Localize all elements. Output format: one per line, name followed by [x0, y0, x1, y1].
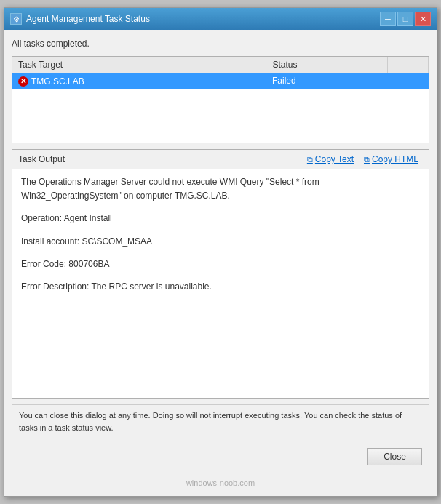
output-line: The Operations Manager Server could not … [21, 175, 420, 203]
error-icon: ✕ [18, 76, 28, 87]
title-buttons: ─ □ ✕ [380, 12, 431, 26]
bottom-actions: Close [12, 444, 429, 471]
table-row[interactable]: ✕TMG.SC.LABFailed [12, 73, 429, 89]
watermark: windows-noob.com [12, 477, 429, 489]
copy-text-icon: ⧉ [307, 155, 313, 164]
copy-html-icon: ⧉ [364, 155, 370, 164]
task-target-text: TMG.SC.LAB [31, 76, 84, 87]
output-line: Operation: Agent Install [21, 212, 420, 225]
window-body: All tasks completed. Task Target Status … [4, 30, 437, 496]
copy-html-button[interactable]: ⧉ Copy HTML [359, 153, 423, 166]
close-button[interactable]: Close [368, 448, 422, 465]
task-table-body: ✕TMG.SC.LABFailed [12, 73, 429, 89]
bottom-info: You can close this dialog at any time. D… [12, 404, 429, 438]
copy-text-label: Copy Text [315, 154, 354, 164]
window-title: Agent Management Task Status [26, 14, 150, 24]
output-line: Error Code: 800706BA [21, 257, 420, 271]
maximize-button[interactable]: □ [397, 12, 413, 26]
task-target-cell: ✕TMG.SC.LAB [12, 73, 266, 89]
task-output-content[interactable]: The Operations Manager Server could not … [12, 169, 429, 398]
titlebar-close-button[interactable]: ✕ [415, 12, 431, 26]
task-output-buttons: ⧉ Copy Text ⧉ Copy HTML [303, 153, 423, 166]
minimize-button[interactable]: ─ [380, 12, 396, 26]
window-icon: ⚙ [10, 13, 22, 25]
task-output-header: Task Output ⧉ Copy Text ⧉ Copy HTML [12, 150, 429, 169]
main-window: ⚙ Agent Management Task Status ─ □ ✕ All… [4, 7, 437, 497]
col-header-status: Status [266, 57, 388, 73]
task-table-container: Task Target Status ✕TMG.SC.LABFailed [12, 56, 429, 143]
task-table: Task Target Status ✕TMG.SC.LABFailed [12, 57, 429, 89]
task-output-label: Task Output [18, 154, 65, 164]
output-line: Install account: SC\SCOM_MSAA [21, 235, 420, 249]
title-bar: ⚙ Agent Management Task Status ─ □ ✕ [4, 8, 437, 30]
table-header-row: Task Target Status [12, 57, 429, 73]
title-bar-left: ⚙ Agent Management Task Status [10, 13, 150, 25]
copy-html-label: Copy HTML [372, 154, 418, 164]
copy-text-button[interactable]: ⧉ Copy Text [303, 153, 358, 166]
task-status-cell: Failed [266, 73, 388, 89]
output-line: Error Description: The RPC server is una… [21, 280, 420, 294]
status-message: All tasks completed. [12, 37, 429, 50]
col-header-target: Task Target [12, 57, 266, 73]
task-output-section: Task Output ⧉ Copy Text ⧉ Copy HTML The … [12, 149, 429, 399]
col-header-extra [388, 57, 429, 73]
